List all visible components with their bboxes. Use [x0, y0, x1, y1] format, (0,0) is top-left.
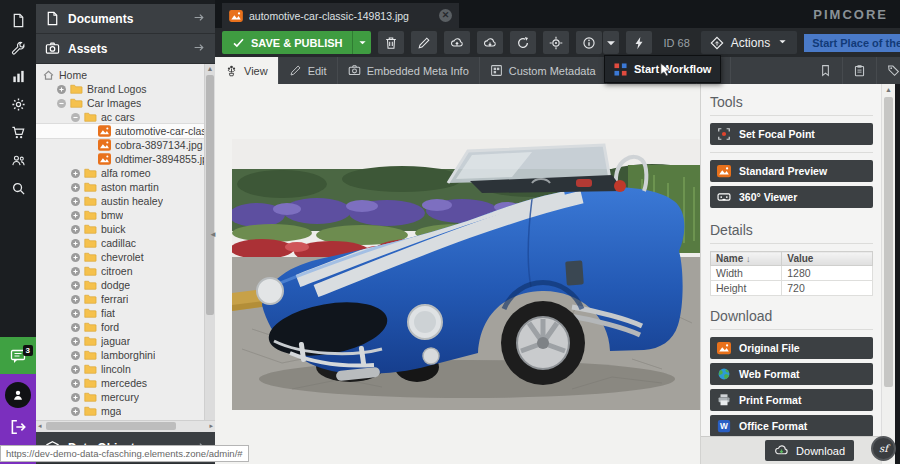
- original-file-button[interactable]: Original File: [710, 337, 873, 359]
- tab-tags[interactable]: [877, 57, 900, 84]
- tree-item[interactable]: citroen: [36, 264, 215, 278]
- tab-edit[interactable]: Edit: [279, 57, 338, 84]
- rail-wrench-button[interactable]: [0, 34, 36, 62]
- toolbar-info-button[interactable]: [576, 31, 602, 54]
- expand-toggle[interactable]: [70, 210, 81, 221]
- rail-search-button[interactable]: [0, 174, 36, 202]
- expand-toggle[interactable]: [70, 322, 81, 333]
- tree-item[interactable]: mga: [36, 404, 215, 418]
- symfony-profiler-badge[interactable]: sf: [871, 436, 896, 461]
- viewer-360-button[interactable]: 360° Viewer: [710, 186, 873, 208]
- tree-item[interactable]: ford: [36, 320, 215, 334]
- scroll-left-arrow[interactable]: ◂: [38, 422, 42, 430]
- tree-item[interactable]: cadillac: [36, 236, 215, 250]
- tree-item[interactable]: jaguar: [36, 334, 215, 348]
- tree-item[interactable]: lamborghini: [36, 348, 215, 362]
- download-button[interactable]: Download: [765, 440, 854, 461]
- expand-toggle[interactable]: [70, 308, 81, 319]
- scroll-thumb[interactable]: [46, 422, 176, 430]
- rail-chart-button[interactable]: [0, 62, 36, 90]
- toolbar-bolt-button[interactable]: [626, 31, 652, 54]
- tree-item[interactable]: ferrari: [36, 292, 215, 306]
- tab-schedule[interactable]: [843, 57, 877, 84]
- rail-users-button[interactable]: [0, 146, 36, 174]
- scroll-up-arrow[interactable]: ▲: [882, 84, 895, 96]
- tab-notes-events[interactable]: [809, 57, 843, 84]
- tree-item[interactable]: mercury: [36, 390, 215, 404]
- user-avatar-button[interactable]: [5, 382, 31, 408]
- open-asset-tab[interactable]: automotive-car-classic-149813.jpg ✕: [222, 3, 459, 28]
- tree-item[interactable]: oldtimer-3894855.jpg: [36, 152, 215, 166]
- tree-horizontal-scrollbar[interactable]: ◂ ▸: [36, 420, 215, 432]
- rail-cart-button[interactable]: [0, 118, 36, 146]
- tree-item[interactable]: ac cars: [36, 110, 215, 124]
- logout-button[interactable]: [9, 418, 27, 436]
- collapse-toggle[interactable]: [70, 112, 81, 123]
- expand-toggle[interactable]: [70, 238, 81, 249]
- expand-toggle[interactable]: [70, 378, 81, 389]
- scroll-thumb[interactable]: [206, 75, 214, 315]
- expand-toggle[interactable]: [70, 266, 81, 277]
- accordion-assets[interactable]: Assets: [36, 34, 215, 64]
- tree-item[interactable]: buick: [36, 222, 215, 236]
- panel-collapse-arrow[interactable]: ◄: [209, 230, 217, 239]
- expand-toggle[interactable]: [70, 294, 81, 305]
- collapse-toggle[interactable]: [56, 98, 67, 109]
- toolbar-focal-button[interactable]: [543, 31, 569, 54]
- scroll-thumb[interactable]: [884, 97, 893, 387]
- expand-toggle[interactable]: [70, 336, 81, 347]
- tree-item[interactable]: fiat: [36, 306, 215, 320]
- details-col-name[interactable]: Name ↓: [711, 252, 782, 266]
- standard-preview-button[interactable]: Standard Preview: [710, 160, 873, 182]
- expand-toggle[interactable]: [70, 196, 81, 207]
- rail-document-button[interactable]: [0, 6, 36, 34]
- tree-vertical-scrollbar[interactable]: ▲: [204, 64, 215, 420]
- tree-item[interactable]: cobra-3897134.jpg: [36, 138, 215, 152]
- expand-toggle[interactable]: [70, 392, 81, 403]
- tree-item[interactable]: alfa romeo: [36, 166, 215, 180]
- toolbar-caret-button[interactable]: [603, 31, 619, 54]
- scroll-right-arrow[interactable]: ▸: [209, 422, 213, 430]
- tree-item[interactable]: Home: [36, 68, 215, 82]
- scroll-up-arrow[interactable]: ▲: [205, 64, 215, 74]
- tab-custom-metadata[interactable]: Custom Metadata: [480, 57, 607, 84]
- tree-item[interactable]: automotive-car-classic-14: [36, 124, 215, 138]
- expand-toggle[interactable]: [70, 364, 81, 375]
- tree-item[interactable]: chevrolet: [36, 250, 215, 264]
- expand-toggle[interactable]: [70, 406, 81, 417]
- toolbar-clouddown-button[interactable]: [477, 31, 503, 54]
- tab-embedded-meta-info[interactable]: Embedded Meta Info: [338, 57, 480, 84]
- save-dropdown-caret[interactable]: [352, 31, 371, 54]
- details-col-value[interactable]: Value: [782, 252, 873, 266]
- toolbar-refresh-button[interactable]: [510, 31, 536, 54]
- web-format-button[interactable]: Web Format: [710, 363, 873, 385]
- accordion-documents[interactable]: Documents: [36, 4, 215, 34]
- tree-item[interactable]: mercedes: [36, 376, 215, 390]
- toolbar-pencil-button[interactable]: [411, 31, 437, 54]
- tree-item[interactable]: austin healey: [36, 194, 215, 208]
- panel-vertical-scrollbar[interactable]: ▲: [881, 84, 895, 464]
- tree-item[interactable]: Car Images: [36, 96, 215, 110]
- tab-view[interactable]: View: [215, 57, 279, 84]
- chat-button[interactable]: 3: [0, 337, 36, 374]
- tree-item[interactable]: bmw: [36, 208, 215, 222]
- close-tab-icon[interactable]: ✕: [439, 9, 452, 22]
- tree-item[interactable]: Brand Logos: [36, 82, 215, 96]
- print-format-button[interactable]: Print Format: [710, 389, 873, 411]
- expand-toggle[interactable]: [70, 280, 81, 291]
- actions-button[interactable]: Actions: [701, 31, 797, 54]
- toolbar-trash-button[interactable]: [378, 31, 404, 54]
- office-format-button[interactable]: WOffice Format: [710, 415, 873, 437]
- tree-item[interactable]: aston martin: [36, 180, 215, 194]
- tree-item[interactable]: lincoln: [36, 362, 215, 376]
- expand-toggle[interactable]: [70, 168, 81, 179]
- toolbar-cloudup-button[interactable]: [444, 31, 470, 54]
- expand-toggle[interactable]: [56, 84, 67, 95]
- rail-gear-button[interactable]: [0, 90, 36, 118]
- save-publish-button[interactable]: SAVE & PUBLISH: [222, 31, 371, 54]
- set-focal-point-button[interactable]: Set Focal Point: [710, 123, 873, 145]
- expand-toggle[interactable]: [70, 252, 81, 263]
- expand-toggle[interactable]: [70, 224, 81, 235]
- tree-item[interactable]: dodge: [36, 278, 215, 292]
- expand-toggle[interactable]: [70, 182, 81, 193]
